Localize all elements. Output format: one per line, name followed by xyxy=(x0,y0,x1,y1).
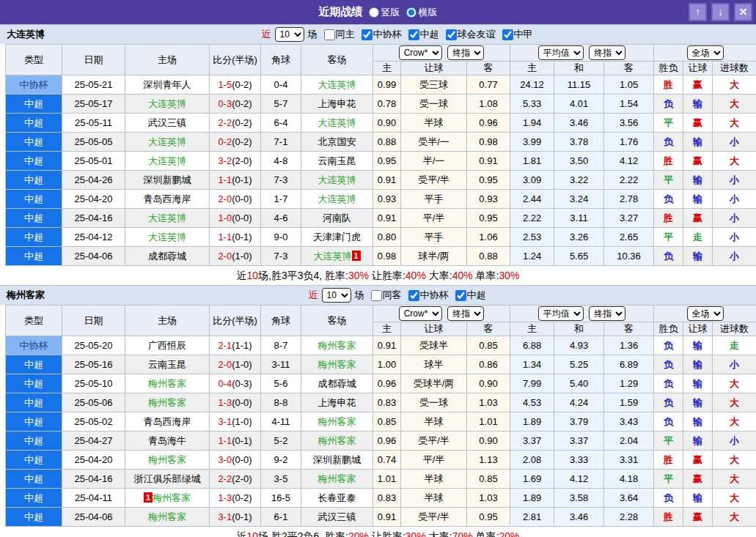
result-cell: 胜 xyxy=(654,152,683,171)
vertical-radio[interactable] xyxy=(369,7,379,18)
avg-kind-select[interactable]: 终指 xyxy=(589,306,625,321)
scope-header-cell: 全场 xyxy=(654,45,756,62)
page-title: 近期战绩 xyxy=(319,5,363,19)
avg-draw-cell: 4.01 xyxy=(554,95,604,114)
corner-cell: 4-11 xyxy=(261,412,301,432)
corner-cell: 7-3 xyxy=(261,171,301,190)
handicap-away-odds-cell: 0.95 xyxy=(467,508,510,527)
avg-home-cell: 1.81 xyxy=(510,152,554,171)
layout-vertical-option[interactable]: 竖版 xyxy=(369,6,400,19)
avg-away-cell: 3.27 xyxy=(604,209,654,228)
avg-draw-cell: 3.50 xyxy=(554,152,604,171)
games-label: 场 xyxy=(308,28,318,41)
avg-kind-select[interactable]: 终指 xyxy=(589,45,625,60)
result-cell: 平 xyxy=(654,432,683,451)
handicap-home-odds-cell: 0.95 xyxy=(373,152,401,171)
recent-count-select[interactable]: 10 xyxy=(322,288,351,303)
away-team-name: 大连英博 xyxy=(314,251,352,262)
league-filter-option[interactable]: 中甲 xyxy=(498,28,533,41)
league-type-cell: 中超 xyxy=(6,489,62,508)
odds-kind-select[interactable]: 终指 xyxy=(447,306,484,321)
league-filter-option[interactable]: 中超 xyxy=(404,28,439,41)
scroll-down-button[interactable]: ↓ xyxy=(711,3,730,21)
odds-kind-select[interactable]: 终指 xyxy=(447,45,484,60)
horizontal-radio[interactable] xyxy=(406,7,416,18)
match-row: 中超25-04-16大连英博1-0(0-0)4-6河南队0.91平/半0.952… xyxy=(6,209,756,228)
recent-count-select[interactable]: 10 xyxy=(275,27,304,42)
league-type-cell: 中超 xyxy=(6,95,62,114)
avg-away-cell: 2.78 xyxy=(604,190,654,209)
handicap-result-cell: 赢 xyxy=(683,508,713,527)
avg-source-select[interactable]: 平均值 xyxy=(538,45,584,60)
sub-header-odds-away: 客 xyxy=(467,322,510,336)
league-checkbox[interactable] xyxy=(408,29,419,40)
avg-away-cell: 1.36 xyxy=(604,336,654,355)
same-venue-checkbox[interactable] xyxy=(324,29,335,40)
scope-select[interactable]: 全场 xyxy=(687,45,724,60)
handicap-result-cell: 赢 xyxy=(683,114,713,133)
avg-header-cell: 平均值 终指 xyxy=(510,305,654,322)
handicap-away-odds-cell: 1.08 xyxy=(467,95,510,114)
handicap-result-cell: 输 xyxy=(683,432,713,451)
league-filter-option[interactable]: 中协杯 xyxy=(404,289,449,302)
match-row: 中超25-05-17大连英博0-3(0-2)5-7上海申花0.78受一球1.08… xyxy=(6,95,756,114)
league-checkbox[interactable] xyxy=(408,290,419,301)
same-venue-checkbox[interactable] xyxy=(371,290,382,301)
league-checkbox[interactable] xyxy=(362,29,373,40)
corner-cell: 8-7 xyxy=(261,336,301,355)
close-button[interactable]: ✕ xyxy=(734,3,752,21)
date-cell: 25-05-11 xyxy=(62,114,125,133)
league-checkbox[interactable] xyxy=(455,290,466,301)
away-team-cell: 天津津门虎 xyxy=(301,228,373,247)
away-team-name: 深圳新鹏城 xyxy=(313,454,361,465)
away-team-name: 梅州客家 xyxy=(318,473,356,484)
league-type-cell: 中协杯 xyxy=(6,75,62,95)
handicap-result-cell: 赢 xyxy=(683,152,713,171)
league-type-cell: 中超 xyxy=(6,470,62,489)
league-type-cell: 中超 xyxy=(6,152,62,171)
home-team-name: 青岛西海岸 xyxy=(144,193,191,204)
same-venue-option[interactable]: 同主 xyxy=(320,28,355,41)
home-team-cell: 大连英博 xyxy=(125,228,210,247)
layout-horizontal-option[interactable]: 横版 xyxy=(406,6,438,19)
odds-header-cell: Crow* 终指 xyxy=(373,305,510,322)
home-team-cell: 云南玉昆 xyxy=(125,355,210,374)
match-row: 中超25-04-16浙江俱乐部绿城2-2(2-0)3-5梅州客家1.01半球0.… xyxy=(6,470,756,489)
corner-cell: 3-5 xyxy=(261,470,301,489)
goals-result-cell: 小 xyxy=(713,355,756,374)
league-type-cell: 中超 xyxy=(6,508,62,527)
avg-source-select[interactable]: 平均值 xyxy=(538,306,584,321)
handicap-away-odds-cell: 0.85 xyxy=(467,470,510,489)
handicap-home-odds-cell: 1.00 xyxy=(373,355,401,374)
odds-source-select[interactable]: Crow* xyxy=(399,306,442,321)
handicap-away-odds-cell: 1.13 xyxy=(467,451,510,470)
col-header-away: 客场 xyxy=(301,45,373,75)
handicap-result-cell: 输 xyxy=(683,336,713,355)
scroll-up-button[interactable]: ↑ xyxy=(689,3,707,21)
scope-select[interactable]: 全场 xyxy=(687,306,724,321)
corner-cell: 1-7 xyxy=(261,190,301,209)
sub-header-avg-away: 客 xyxy=(604,322,654,336)
league-filter-option[interactable]: 中超 xyxy=(451,289,486,302)
corner-cell: 5-7 xyxy=(261,95,301,114)
score-cell: 3-0(0-0) xyxy=(210,451,261,470)
same-venue-option[interactable]: 同客 xyxy=(367,289,402,302)
league-checkbox[interactable] xyxy=(446,29,457,40)
handicap-result-cell: 输 xyxy=(683,247,713,266)
away-team-cell: 大连英博1 xyxy=(301,247,373,266)
league-type-cell: 中超 xyxy=(6,114,62,133)
home-team-cell: 大连英博 xyxy=(125,152,210,171)
result-cell: 负 xyxy=(654,336,683,355)
league-filter-option[interactable]: 球会友谊 xyxy=(441,28,496,41)
handicap-away-odds-cell: 1.03 xyxy=(467,489,510,508)
away-team-name: 北京国安 xyxy=(318,136,356,147)
scope-header-cell: 全场 xyxy=(654,305,756,322)
league-checkbox[interactable] xyxy=(502,29,513,40)
away-team-cell: 长春亚泰 xyxy=(301,489,373,508)
league-filter-option[interactable]: 中协杯 xyxy=(357,28,402,41)
away-team-name: 梅州客家 xyxy=(318,416,356,427)
date-cell: 25-05-02 xyxy=(62,412,125,432)
filter-bar-1: 近 10 场 同主 中协杯 中超 球会友谊 中甲 xyxy=(45,27,749,42)
home-team-cell: 青岛西海岸 xyxy=(125,412,210,432)
odds-source-select[interactable]: Crow* xyxy=(399,45,442,60)
